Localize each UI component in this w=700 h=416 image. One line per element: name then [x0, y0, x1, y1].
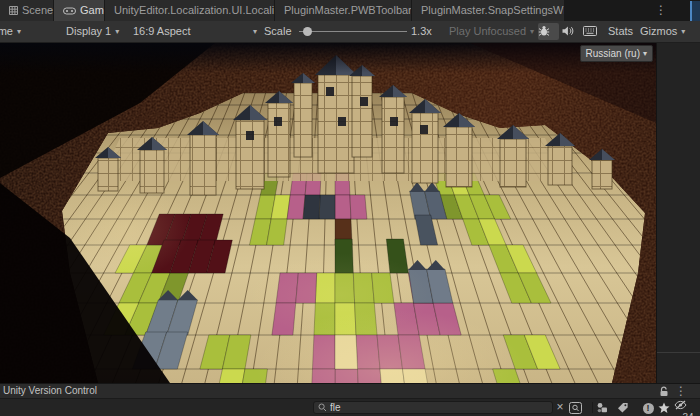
tab-snap-label: PluginMaster.SnapSettingsWindow: [421, 4, 564, 16]
tab-version-control[interactable]: Unity Version Control: [3, 384, 97, 398]
lock-icon[interactable]: [659, 386, 669, 397]
chevron-down-icon: ▾: [681, 27, 685, 36]
label-icon[interactable]: [617, 400, 637, 415]
tab-pwb-label: PluginMaster.PWBToolbar: [284, 4, 411, 16]
hidden-changes-toggle[interactable]: 34: [674, 400, 700, 415]
search-icon: [318, 403, 327, 412]
gizmos-dropdown[interactable]: Gizmos▾: [640, 21, 685, 42]
game-mode-label: Game: [0, 25, 13, 37]
adjacent-tab-edge: [690, 1, 700, 21]
tab-game[interactable]: Game: [54, 0, 104, 21]
aspect-label: 16:9 Aspect: [133, 25, 191, 37]
scale-label: Scale: [264, 21, 292, 42]
game-mode-dropdown[interactable]: Game▾: [0, 21, 21, 42]
scale-slider-knob[interactable]: [303, 27, 312, 36]
version-control-tab-bar: Unity Version Control ⋮: [0, 383, 700, 398]
bug-icon[interactable]: [538, 23, 559, 40]
gizmos-label: Gizmos: [640, 25, 677, 37]
panel-divider: [657, 352, 700, 353]
kebab-menu-icon[interactable]: ⋮: [653, 0, 669, 21]
tab-snap-settings[interactable]: PluginMaster.SnapSettingsWindow: [412, 0, 564, 21]
tab-game-label: Game: [80, 4, 104, 16]
game-viewport[interactable]: Russian (ru)▾: [0, 43, 656, 383]
window-search-icon[interactable]: [569, 400, 589, 415]
version-control-toolbar: × ! 34: [0, 398, 700, 416]
clear-icon[interactable]: ×: [553, 400, 567, 415]
right-panel-edge: [656, 43, 700, 383]
chevron-down-icon: ▾: [17, 27, 21, 36]
unity-editor-window: Scene Game UnityEditor.Localization.UI.L…: [0, 0, 700, 416]
scale-value: 1.3x: [411, 21, 432, 42]
stats-button[interactable]: Stats: [608, 21, 633, 42]
tab-bar: Scene Game UnityEditor.Localization.UI.L…: [0, 0, 700, 21]
hidden-count: 34: [682, 412, 693, 416]
speaker-icon[interactable]: [561, 23, 582, 40]
tab-localization-label: UnityEditor.Localization.UI.Localiza: [114, 4, 274, 16]
warning-icon[interactable]: !: [638, 400, 658, 415]
search-field[interactable]: [313, 401, 553, 414]
chevron-down-icon: ▾: [643, 49, 647, 58]
language-dropdown[interactable]: Russian (ru)▾: [580, 45, 653, 62]
keyboard-icon[interactable]: [583, 23, 606, 40]
pending-changes-icon[interactable]: [596, 400, 616, 415]
grid-icon: [9, 6, 18, 15]
tab-localization[interactable]: UnityEditor.Localization.UI.Localiza: [105, 0, 274, 21]
chevron-down-icon: ▾: [530, 27, 534, 36]
search-input[interactable]: [330, 402, 548, 413]
display-label: Display 1: [66, 25, 111, 37]
eye-slash-icon: [674, 400, 700, 410]
chevron-down-icon: ▾: [115, 27, 119, 36]
scale-slider[interactable]: [299, 31, 407, 32]
tab-scene[interactable]: Scene: [0, 0, 53, 21]
display-dropdown[interactable]: Display 1▾: [66, 21, 119, 42]
tab-pwb-toolbar[interactable]: PluginMaster.PWBToolbar: [275, 0, 411, 21]
game-toolbar: Game▾ Display 1▾ 16:9 Aspect▾ Scale 1.3x…: [0, 21, 700, 43]
play-focused-label: Play Unfocused: [449, 25, 526, 37]
voxel-castle-scene: [0, 43, 656, 383]
chevron-down-icon: ▾: [253, 21, 257, 42]
language-label: Russian (ru): [586, 48, 640, 59]
tab-scene-label: Scene: [22, 4, 53, 16]
gamepad-icon: [63, 7, 76, 15]
aspect-dropdown[interactable]: 16:9 Aspect▾: [133, 21, 261, 42]
divider: [592, 402, 593, 413]
play-focused-dropdown[interactable]: Play Unfocused▾: [449, 21, 534, 42]
